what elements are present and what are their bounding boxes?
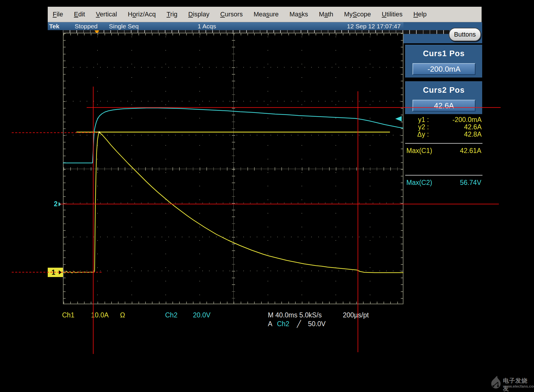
grid-dot — [148, 101, 148, 102]
menu-item-measure[interactable]: Measure — [254, 11, 279, 18]
grid-dot — [216, 203, 217, 203]
divider — [405, 175, 482, 176]
menu-item-vertical[interactable]: Vertical — [96, 11, 117, 18]
menu-item-help[interactable]: Help — [413, 11, 427, 18]
buttons-button[interactable]: Buttons — [449, 28, 481, 41]
grid-dot — [121, 135, 121, 135]
grid-dot — [202, 135, 203, 135]
grid-dot — [370, 145, 370, 146]
ch2-ground-marker[interactable]: 2 — [54, 200, 61, 208]
grid-dot — [336, 64, 336, 64]
menu-item-display[interactable]: Display — [188, 11, 209, 18]
menu-item-edit[interactable]: Edit — [74, 11, 85, 18]
grid-dot — [379, 237, 380, 237]
grid-dot — [182, 101, 182, 102]
datetime: 12 Sep 12 17:07:47 — [347, 23, 400, 30]
grid-dot — [284, 101, 285, 102]
grid-dot — [209, 67, 210, 68]
grid-dot — [393, 271, 393, 271]
grid-dot — [243, 203, 244, 203]
ch1-ground-marker[interactable]: 1 — [48, 268, 63, 277]
grid-dot — [271, 101, 271, 102]
grid-dot — [302, 240, 302, 241]
grid-dot — [311, 271, 312, 271]
ch1-marker-label: 1 — [52, 269, 55, 276]
grid-dot — [216, 237, 217, 237]
grid-dot — [386, 67, 387, 68]
grid-dot — [237, 67, 237, 68]
grid-dot — [165, 227, 166, 227]
grid-dot — [336, 172, 336, 173]
grid-dot — [199, 295, 200, 295]
menu-item-utilities[interactable]: Utilities — [382, 11, 403, 18]
trigger-level-arrow-icon[interactable] — [395, 116, 402, 121]
grid-dot — [336, 213, 336, 214]
grid-dot — [182, 203, 182, 203]
grid-dot — [155, 101, 155, 102]
grid-dot — [199, 200, 200, 200]
grid-dot — [223, 271, 223, 271]
grid-dot — [291, 271, 292, 271]
grid-dot — [302, 267, 302, 268]
grid-dot — [114, 101, 114, 102]
grid-dot — [131, 64, 132, 64]
ch1-readout-label[interactable]: Ch1 — [62, 311, 74, 319]
grid-dot — [250, 271, 251, 271]
grid-dot — [338, 271, 339, 271]
grid-dot — [400, 67, 400, 68]
grid-dot — [131, 159, 132, 159]
curs1-pos-value[interactable]: -200.0mA — [413, 63, 475, 75]
ch2-marker-label: 2 — [54, 200, 58, 208]
menu-item-math[interactable]: Math — [319, 11, 333, 18]
grid-dot — [264, 67, 264, 68]
grid-dot — [165, 172, 166, 173]
grid-dot — [97, 240, 98, 241]
grid-dot — [134, 271, 135, 271]
grid-dot — [199, 104, 200, 105]
grid-dot — [80, 237, 81, 237]
grid-dot — [386, 101, 387, 102]
grid-dot — [359, 67, 360, 68]
menu-bar: FileEditVerticalHoriz/AcqTrigDisplayCurs… — [48, 7, 482, 22]
grid-dot — [393, 101, 393, 102]
grid-dot — [127, 101, 128, 102]
grid-dot — [264, 101, 264, 102]
grid-dot — [66, 135, 67, 135]
grid-dot — [100, 237, 101, 237]
grid-dot — [73, 237, 73, 237]
curs2-pos-value[interactable]: 42.6A — [413, 100, 475, 111]
grid-dot — [97, 172, 98, 173]
ch2-readout-label[interactable]: Ch2 — [165, 311, 177, 319]
grid-dot — [257, 237, 257, 237]
grid-dot — [370, 240, 370, 241]
grid-dot — [114, 67, 114, 68]
grid-dot — [345, 203, 346, 203]
grid-dot — [165, 281, 166, 281]
trigger-prefix: A — [268, 320, 272, 328]
cursor-y2-row: y2 : 42.6A — [408, 123, 482, 130]
grid-dot — [131, 172, 132, 173]
grid-dot — [107, 237, 108, 237]
grid-dot — [175, 135, 176, 135]
grid-dot — [298, 203, 298, 203]
menu-item-myscope[interactable]: MyScope — [344, 11, 371, 18]
menu-item-masks[interactable]: Masks — [290, 11, 308, 18]
grid-dot — [400, 135, 400, 135]
watermark: 电子发烧友 www.elecfans.com — [489, 375, 533, 390]
grid-dot — [243, 237, 244, 237]
grid-dot — [393, 237, 393, 237]
grid-dot — [196, 203, 196, 203]
menu-item-trig[interactable]: Trig — [167, 11, 177, 18]
curs1-pos-title: Curs1 Pos — [405, 49, 482, 58]
grid-dot — [131, 118, 132, 118]
grid-dot — [97, 145, 98, 146]
grid-dot — [379, 135, 380, 135]
menu-item-cursors[interactable]: Cursors — [220, 11, 243, 18]
dy-label: Δy : — [408, 130, 429, 138]
grid-dot — [114, 271, 114, 271]
grid-dot — [199, 118, 200, 118]
menu-item-file[interactable]: File — [53, 11, 63, 18]
menu-item-horizacq[interactable]: Horiz/Acq — [128, 11, 156, 18]
acquisition-state: Stopped — [75, 23, 97, 30]
grid-dot — [268, 186, 268, 186]
